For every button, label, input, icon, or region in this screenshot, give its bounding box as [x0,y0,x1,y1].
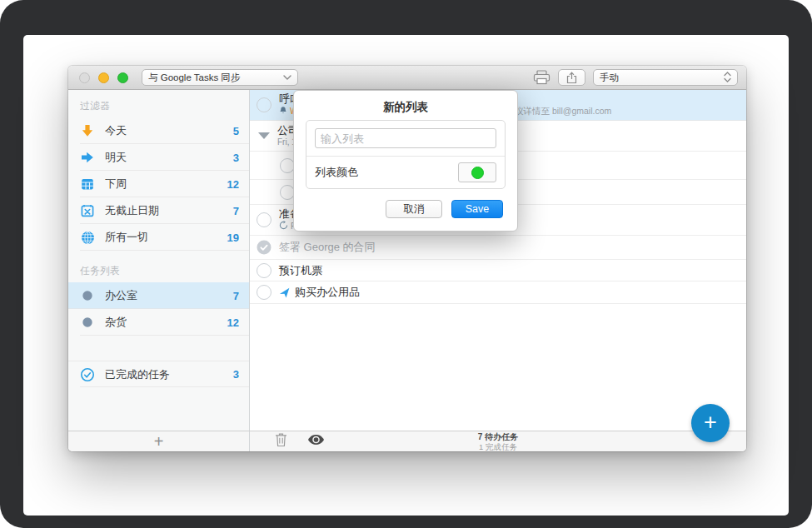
completed-check-icon [80,367,95,382]
sidebar-item-count: 19 [227,232,239,244]
cancel-button[interactable]: 取消 [386,200,442,218]
dialog-form-panel: 列表颜色 [306,120,506,189]
task-row[interactable]: 预订机票 [250,260,746,281]
sidebar-item-office[interactable]: 办公室 7 [68,282,249,309]
plus-icon: + [704,411,717,434]
sidebar-item-label: 所有一切 [105,230,227,245]
screen-frame: 与 Google Tasks 同步 [0,0,812,528]
sidebar-item-today[interactable]: 今天 5 [68,117,249,144]
add-task-fab[interactable]: + [691,404,730,442]
task-title: 签署 George 的合同 [279,241,376,254]
sync-dropdown[interactable]: 与 Google Tasks 同步 [142,69,298,86]
close-button[interactable] [79,72,90,83]
chevron-down-icon [283,72,291,82]
sidebar-item-label: 办公室 [105,288,233,303]
sidebar-item-count: 5 [233,125,239,137]
sidebar-item-next-week[interactable]: 下周 12 [68,171,249,197]
sidebar-item-count: 7 [233,205,239,217]
sidebar-item-completed-tasks[interactable]: 已完成的任务 3 [68,361,249,387]
task-title: 购买办公用品 [295,286,360,299]
tomorrow-arrow-right-icon [80,150,95,165]
sidebar-item-count: 7 [233,290,239,302]
bell-icon [279,106,287,117]
task-row[interactable]: 购买办公用品 [250,281,746,304]
list-dot-icon [80,315,95,330]
task-checkbox[interactable] [257,285,271,300]
print-icon[interactable] [533,70,550,85]
task-checkbox-checked[interactable] [257,240,271,255]
disclosure-triangle-icon[interactable] [258,132,270,139]
sync-dropdown-label: 与 Google Tasks 同步 [148,72,240,84]
repeat-icon [279,221,288,232]
lists-header: 任务列表 [68,251,249,282]
sidebar-item-label: 下周 [105,177,227,192]
task-checkbox[interactable] [257,212,271,227]
desktop-canvas: 与 Google Tasks 同步 [23,35,789,516]
list-color-label: 列表颜色 [315,165,458,180]
mode-dropdown-label: 手动 [600,72,619,84]
app-window: 与 Google Tasks 同步 [68,66,746,451]
sidebar-item-label: 已完成的任务 [105,367,233,382]
sidebar-item-groceries[interactable]: 杂货 12 [68,309,249,336]
today-arrow-down-icon [80,123,95,138]
sidebar-item-label: 杂货 [105,315,227,330]
plus-icon: + [154,433,164,450]
location-arrow-icon [279,287,290,298]
task-title: 预订机票 [279,264,322,277]
sidebar-item-no-due-date[interactable]: 无截止日期 7 [68,197,249,224]
completed-count: 1 完成任务 [250,442,746,451]
status-summary: 7 待办任务 1 完成任务 [250,432,746,451]
calendar-grid-icon [80,177,95,192]
sidebar-item-label: 无截止日期 [105,203,233,218]
sidebar-item-count: 3 [233,152,239,164]
new-list-dialog: 新的列表 列表颜色 取消 Save [293,90,518,232]
zoom-button[interactable] [117,72,128,83]
sidebar-item-count: 12 [227,316,239,329]
globe-icon [80,230,95,245]
chevron-updown-icon [724,72,731,84]
minimize-button[interactable] [98,72,109,83]
green-color-swatch [471,167,484,179]
sidebar-item-count: 3 [233,368,239,381]
task-row[interactable]: 签署 George 的合同 [250,236,746,260]
list-dot-icon [80,288,95,303]
list-color-button[interactable] [458,162,496,182]
pending-count: 7 待办任务 [250,432,746,442]
titlebar: 与 Google Tasks 同步 [68,66,746,90]
task-note-fragment: 议详情至 bill@gmail.com [515,106,611,117]
share-button[interactable] [558,69,585,86]
dialog-title: 新的列表 [294,91,517,115]
sidebar-item-everything[interactable]: 所有一切 19 [68,224,249,251]
sidebar: 过滤器 今天 5 明天 3 [68,90,250,431]
sidebar-item-label: 今天 [105,123,233,138]
task-checkbox[interactable] [257,97,271,112]
save-button[interactable]: Save [451,200,503,218]
filters-header: 过滤器 [68,90,249,117]
task-checkbox[interactable] [257,263,271,278]
share-icon [566,72,577,84]
add-list-button[interactable]: + [68,431,250,451]
sidebar-item-tomorrow[interactable]: 明天 3 [68,144,249,171]
sidebar-item-label: 明天 [105,150,233,165]
calendar-x-icon [80,203,95,218]
mode-dropdown[interactable]: 手动 [593,69,738,86]
sidebar-item-count: 12 [227,178,239,191]
statusbar: + [68,431,746,451]
list-name-input[interactable] [315,128,496,148]
